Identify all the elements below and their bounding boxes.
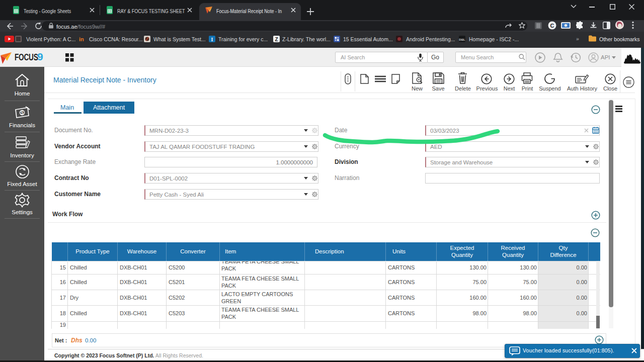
svg-text:Z: Z (275, 37, 278, 42)
svg-text:I: I (211, 37, 213, 42)
svg-text:$: $ (21, 110, 24, 116)
svg-text:in: in (79, 36, 84, 42)
svg-text:DBL: DBL (459, 38, 465, 41)
svg-text:C: C (550, 23, 554, 29)
